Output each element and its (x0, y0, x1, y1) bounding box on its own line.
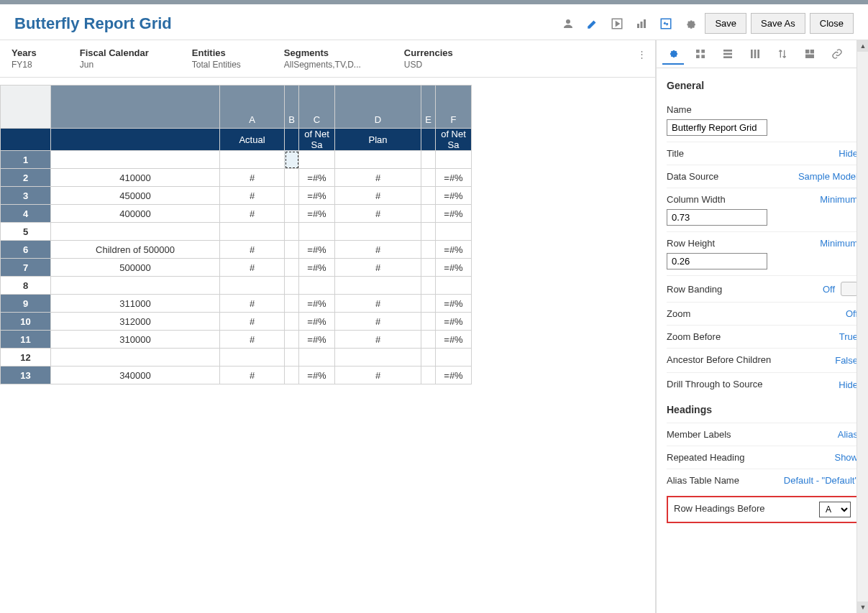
close-button[interactable]: Close (810, 13, 854, 34)
data-cell[interactable] (285, 151, 299, 169)
report-grid[interactable]: ABCDEFActualof Net SaPlanof Net Sa124100… (0, 85, 472, 384)
data-cell[interactable] (285, 277, 299, 295)
prop-rowbanding-value[interactable]: Off (823, 284, 835, 295)
prop-aliastable-value[interactable]: Default - "Default" (784, 475, 858, 486)
data-cell[interactable] (285, 223, 299, 241)
prop-memberlabels-value[interactable]: Alias (838, 429, 858, 440)
col-letter[interactable]: C (299, 86, 335, 129)
data-cell[interactable]: # (335, 169, 421, 187)
data-cell[interactable]: =#% (299, 241, 335, 259)
data-cell[interactable]: # (335, 187, 421, 205)
data-cell[interactable] (421, 187, 436, 205)
col-letter[interactable]: D (335, 86, 421, 129)
data-cell[interactable] (421, 151, 436, 169)
data-cell[interactable] (299, 223, 335, 241)
data-cell[interactable] (285, 349, 299, 367)
row-label[interactable]: Children of 500000 (51, 241, 220, 259)
tab-grid3-icon[interactable] (744, 43, 766, 65)
data-cell[interactable] (436, 277, 472, 295)
data-cell[interactable]: =#% (436, 241, 472, 259)
data-cell[interactable]: # (335, 205, 421, 223)
row-number[interactable]: 4 (1, 205, 51, 223)
data-cell[interactable]: # (220, 169, 285, 187)
row-number[interactable]: 11 (1, 331, 51, 349)
row-number[interactable]: 9 (1, 295, 51, 313)
row-label[interactable] (51, 349, 220, 367)
data-cell[interactable]: # (335, 295, 421, 313)
data-cell[interactable] (285, 331, 299, 349)
user-icon[interactable] (558, 14, 578, 34)
data-cell[interactable]: =#% (299, 313, 335, 331)
rowheight-input[interactable] (667, 253, 767, 269)
col-title[interactable]: of Net Sa (299, 129, 335, 151)
row-number[interactable]: 2 (1, 169, 51, 187)
data-cell[interactable]: =#% (299, 205, 335, 223)
col-title[interactable] (421, 129, 436, 151)
data-cell[interactable]: # (335, 367, 421, 384)
data-cell[interactable] (335, 223, 421, 241)
row-number[interactable]: 10 (1, 313, 51, 331)
data-cell[interactable] (421, 223, 436, 241)
prop-zoombefore-value[interactable]: True (839, 331, 858, 342)
data-cell[interactable] (421, 169, 436, 187)
data-cell[interactable] (335, 277, 421, 295)
scroll-down-icon[interactable]: ▼ (857, 602, 868, 613)
data-cell[interactable] (220, 349, 285, 367)
data-cell[interactable]: # (220, 295, 285, 313)
prop-colwidth-link[interactable]: Minimum (820, 194, 858, 205)
row-label[interactable]: 310000 (51, 331, 220, 349)
data-cell[interactable] (299, 349, 335, 367)
data-cell[interactable] (285, 241, 299, 259)
data-cell[interactable] (285, 313, 299, 331)
row-number[interactable]: 8 (1, 277, 51, 295)
data-cell[interactable]: =#% (436, 367, 472, 384)
data-cell[interactable] (220, 223, 285, 241)
data-cell[interactable] (436, 349, 472, 367)
scroll-up-icon[interactable]: ▲ (857, 40, 868, 52)
tab-link-icon[interactable] (826, 43, 848, 65)
row-number[interactable]: 5 (1, 223, 51, 241)
data-cell[interactable] (421, 295, 436, 313)
tab-grid2-icon[interactable] (717, 43, 739, 65)
data-cell[interactable] (335, 151, 421, 169)
prop-rowheight-link[interactable]: Minimum (820, 238, 858, 249)
row-label[interactable]: 340000 (51, 367, 220, 384)
row-label[interactable]: 311000 (51, 295, 220, 313)
prop-title-value[interactable]: Hide (839, 148, 858, 159)
data-cell[interactable] (436, 151, 472, 169)
prop-ancestor-value[interactable]: False (835, 355, 858, 366)
data-cell[interactable]: =#% (299, 169, 335, 187)
row-label[interactable]: 312000 (51, 313, 220, 331)
data-cell[interactable]: # (220, 313, 285, 331)
data-cell[interactable]: =#% (436, 169, 472, 187)
data-cell[interactable] (421, 349, 436, 367)
data-cell[interactable]: # (220, 331, 285, 349)
edit-icon[interactable] (583, 14, 603, 34)
prop-drill-value[interactable]: Hide (839, 379, 858, 390)
row-label[interactable] (51, 277, 220, 295)
data-cell[interactable]: # (220, 241, 285, 259)
prop-datasource-value[interactable]: Sample Model (798, 171, 858, 182)
data-cell[interactable] (285, 205, 299, 223)
data-cell[interactable] (421, 241, 436, 259)
dimension-item[interactable]: EntitiesTotal Entities (192, 47, 241, 70)
save-as-button[interactable]: Save As (751, 13, 805, 34)
row-label[interactable]: 400000 (51, 205, 220, 223)
data-cell[interactable]: # (335, 259, 421, 277)
data-cell[interactable] (285, 367, 299, 384)
play-icon[interactable] (607, 14, 627, 34)
data-cell[interactable] (285, 295, 299, 313)
colwidth-input[interactable] (667, 209, 767, 226)
data-cell[interactable] (421, 259, 436, 277)
col-title[interactable]: Actual (220, 129, 285, 151)
gear-icon[interactable] (680, 14, 700, 34)
data-cell[interactable] (335, 349, 421, 367)
data-cell[interactable]: =#% (299, 331, 335, 349)
data-cell[interactable]: =#% (436, 205, 472, 223)
data-cell[interactable] (285, 169, 299, 187)
prop-repeatedheading-value[interactable]: Show (834, 452, 858, 463)
col-title[interactable] (285, 129, 299, 151)
col-letter[interactable]: A (220, 86, 285, 129)
data-cell[interactable] (220, 277, 285, 295)
data-cell[interactable] (421, 331, 436, 349)
